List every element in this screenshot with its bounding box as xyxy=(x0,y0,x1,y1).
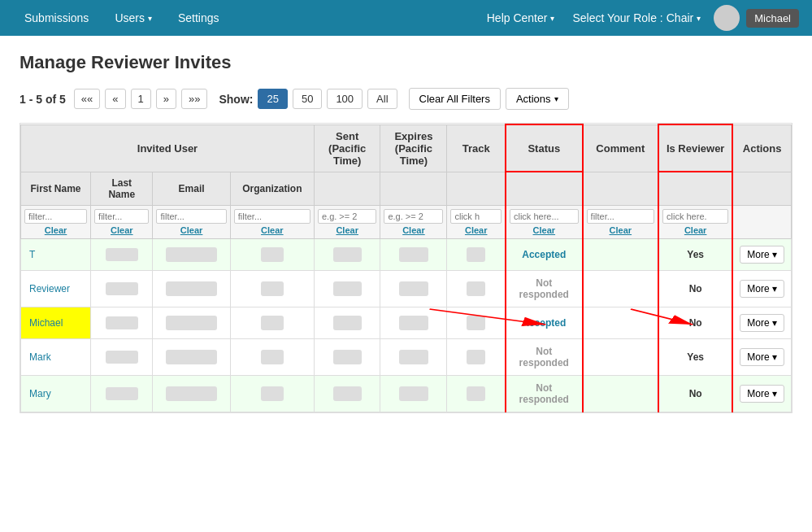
filter-first-name-clear[interactable]: Clear xyxy=(24,225,87,235)
filter-last-name-input[interactable] xyxy=(94,209,149,224)
actions-col-header: Actions xyxy=(732,124,791,172)
navbar-center: Help Center ▾ Select Your Role : Chair ▾ xyxy=(475,3,701,33)
last-name-col: Last Name xyxy=(91,172,153,205)
more-btn[interactable]: More xyxy=(740,385,784,403)
show-25-btn[interactable]: 25 xyxy=(258,89,287,109)
reviewer-invites-table: Invited User Sent (Pacific Time) Expires… xyxy=(20,124,792,412)
show-all-btn[interactable]: All xyxy=(367,89,397,109)
navbar: Submissions Users ▾ Settings Help Center… xyxy=(0,0,812,36)
nav-help[interactable]: Help Center ▾ xyxy=(475,3,567,33)
cell-email xyxy=(153,338,230,375)
pagination-info: 1 - 5 of 5 xyxy=(20,93,66,106)
cell-first-name: Mark xyxy=(21,338,91,375)
filter-is-reviewer-input[interactable] xyxy=(662,209,728,224)
cell-is-reviewer: No xyxy=(658,375,732,412)
show-label: Show: xyxy=(219,93,253,106)
filter-track-clear[interactable]: Clear xyxy=(450,225,502,235)
cell-status: Accepted xyxy=(506,307,583,338)
show-50-btn[interactable]: 50 xyxy=(293,89,322,109)
role-selector[interactable]: Select Your Role : Chair ▾ xyxy=(572,11,701,24)
status-header: Status xyxy=(506,124,583,172)
cell-organization xyxy=(230,375,314,412)
main-content: Manage Reviewer Invites 1 - 5 of 5 «« « … xyxy=(0,36,812,430)
role-label: Select Your Role : xyxy=(572,11,662,24)
pagination-bar: 1 - 5 of 5 «« « 1 » »» Show: 25 50 100 A… xyxy=(20,88,792,110)
last-page-btn[interactable]: »» xyxy=(181,89,207,109)
filter-is-reviewer: Clear xyxy=(658,205,732,238)
cell-expires xyxy=(380,238,447,270)
cell-last-name xyxy=(91,307,153,338)
more-btn[interactable]: More xyxy=(740,348,784,366)
clear-filters-btn[interactable]: Clear All Filters xyxy=(409,88,501,110)
cell-last-name xyxy=(91,270,153,307)
cell-comment xyxy=(583,338,658,375)
cell-status: Accepted xyxy=(506,238,583,270)
cell-sent xyxy=(314,338,380,375)
filter-organization-input[interactable] xyxy=(234,209,310,224)
filter-sent-input[interactable] xyxy=(318,209,376,224)
actions-btn[interactable]: Actions ▾ xyxy=(506,88,569,110)
table-outer: Invited User Sent (Pacific Time) Expires… xyxy=(20,123,792,413)
cell-first-name: T xyxy=(21,238,91,270)
filter-comment-input[interactable] xyxy=(587,209,654,224)
filter-track: Clear xyxy=(447,205,506,238)
table-row: T AcceptedYesMore xyxy=(21,238,792,270)
filter-expires-input[interactable] xyxy=(384,209,443,224)
actions-label: Actions xyxy=(516,93,551,105)
table-row: Mary Not respondedNoMore xyxy=(21,375,792,412)
filter-org-clear[interactable]: Clear xyxy=(234,225,310,235)
nav-settings[interactable]: Settings xyxy=(167,3,231,33)
cell-actions[interactable]: More xyxy=(732,375,791,412)
cell-actions[interactable]: More xyxy=(732,270,791,307)
first-page-btn[interactable]: «« xyxy=(74,89,100,109)
nav-users[interactable]: Users ▾ xyxy=(103,3,163,33)
filter-first-name-input[interactable] xyxy=(24,209,87,224)
cell-status: Not responded xyxy=(506,338,583,375)
cell-expires xyxy=(380,338,447,375)
prev-page-btn[interactable]: « xyxy=(105,89,125,109)
filter-track-input[interactable] xyxy=(450,209,502,224)
filter-sent: Clear xyxy=(314,205,380,238)
more-btn[interactable]: More xyxy=(740,246,784,264)
user-name[interactable]: Michael xyxy=(746,9,799,28)
cell-actions[interactable]: More xyxy=(732,238,791,270)
column-labels-row: First Name Last Name Email Organization xyxy=(21,172,792,205)
filter-is-reviewer-clear[interactable]: Clear xyxy=(662,225,728,235)
cell-email xyxy=(153,270,230,307)
cell-last-name xyxy=(91,338,153,375)
filter-expires-clear[interactable]: Clear xyxy=(384,225,443,235)
filter-email-input[interactable] xyxy=(156,209,226,224)
show-100-btn[interactable]: 100 xyxy=(327,89,363,109)
cell-sent xyxy=(314,238,380,270)
filter-last-name-clear[interactable]: Clear xyxy=(94,225,149,235)
filter-comment: Clear xyxy=(583,205,658,238)
filter-status-input[interactable] xyxy=(510,209,579,224)
is-reviewer-header: Is Reviewer xyxy=(658,124,732,172)
sent-header: Sent (Pacific Time) xyxy=(314,124,380,172)
filter-last-name: Clear xyxy=(91,205,153,238)
more-btn[interactable]: More xyxy=(740,314,784,332)
comment-header: Comment xyxy=(583,124,658,172)
page-title: Manage Reviewer Invites xyxy=(20,52,792,73)
filter-status-clear[interactable]: Clear xyxy=(510,225,579,235)
cell-actions[interactable]: More xyxy=(732,307,791,338)
filter-status: Clear xyxy=(506,205,583,238)
help-caret: ▾ xyxy=(550,14,554,23)
actions-caret: ▾ xyxy=(554,94,558,103)
cell-first-name: Michael xyxy=(21,307,91,338)
cell-actions[interactable]: More xyxy=(732,338,791,375)
cell-sent xyxy=(314,375,380,412)
next-page-btn[interactable]: » xyxy=(156,89,176,109)
more-btn[interactable]: More xyxy=(740,280,784,298)
nav-submissions[interactable]: Submissions xyxy=(13,3,100,33)
cell-first-name: Reviewer xyxy=(21,270,91,307)
role-value: Chair xyxy=(667,11,693,24)
cell-first-name: Mary xyxy=(21,375,91,412)
page-number-btn[interactable]: 1 xyxy=(131,89,151,109)
filter-sent-clear[interactable]: Clear xyxy=(318,225,376,235)
filter-email-clear[interactable]: Clear xyxy=(156,225,226,235)
cell-comment xyxy=(583,307,658,338)
table-row: Mark Not respondedYesMore xyxy=(21,338,792,375)
filter-comment-clear[interactable]: Clear xyxy=(587,225,654,235)
cell-status: Not responded xyxy=(506,270,583,307)
